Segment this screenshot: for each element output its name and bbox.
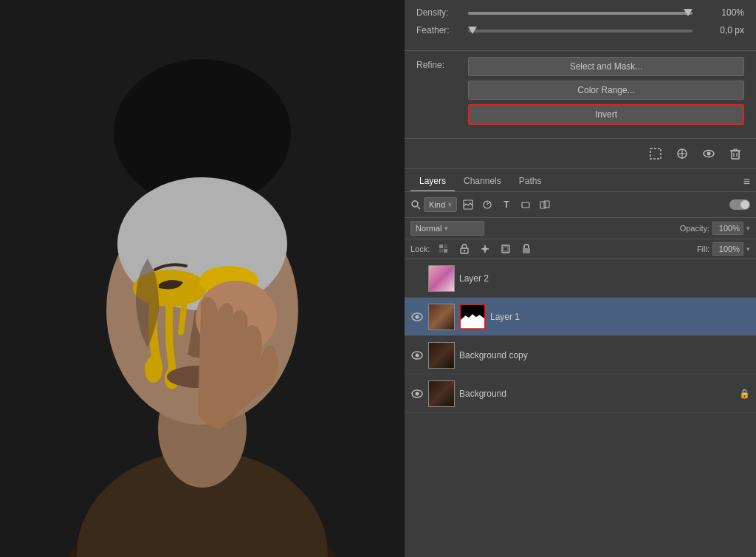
opacity-dropdown-arrow[interactable]: ▾: [746, 225, 750, 232]
lock-transparent-btn[interactable]: [437, 242, 450, 256]
layer-thumbnail: [428, 265, 455, 292]
blend-dropdown-arrow: ▾: [444, 225, 448, 232]
blend-mode-value: Normal: [416, 224, 441, 233]
fill-icon-btn[interactable]: [673, 145, 691, 163]
layer-mask-thumbnail: [459, 304, 486, 330]
invert-button[interactable]: Invert: [468, 104, 744, 125]
svg-rect-16: [650, 148, 661, 159]
layers-tabs: Layers Channels Paths ≡: [405, 169, 756, 192]
opacity-label: Opacity:: [680, 224, 709, 233]
svg-point-12: [145, 356, 162, 383]
layer-thumbnail: [428, 380, 455, 407]
layer-lock-icon: 🔒: [739, 389, 750, 399]
kind-filter-dropdown[interactable]: Kind ▾: [424, 197, 457, 212]
density-row: Density: 100%: [416, 7, 744, 18]
kind-dropdown-arrow: ▾: [448, 201, 452, 208]
fill-value[interactable]: 100%: [712, 242, 743, 256]
marquee-icon-btn[interactable]: [647, 145, 664, 163]
layer-name: Layer 2: [459, 273, 750, 284]
feather-row: Feather: 0,0 px: [416, 25, 744, 35]
filter-toggle-knob: [740, 200, 749, 209]
density-track[interactable]: [468, 12, 693, 15]
refine-buttons: Select and Mask... Color Range... Invert: [468, 57, 744, 125]
feather-thumb[interactable]: [468, 27, 477, 34]
svg-rect-30: [439, 249, 443, 253]
color-range-button[interactable]: Color Range...: [468, 81, 744, 100]
tab-paths[interactable]: Paths: [510, 172, 551, 191]
density-value: 100%: [693, 7, 744, 18]
filter-toggle[interactable]: [729, 199, 750, 210]
svg-point-43: [416, 392, 419, 395]
layers-menu-icon[interactable]: ≡: [743, 175, 750, 188]
tab-layers[interactable]: Layers: [410, 172, 455, 191]
layer-thumbnail: [428, 304, 455, 330]
right-panel: Density: 100% Feather: 0,0 px Refine:: [405, 0, 756, 557]
search-icon: [410, 199, 421, 210]
blend-mode-dropdown[interactable]: Normal ▾: [410, 221, 484, 236]
filter-text-btn[interactable]: T: [498, 197, 515, 213]
lock-label: Lock:: [410, 245, 430, 253]
fill-dropdown-arrow[interactable]: ▾: [746, 245, 750, 253]
layer-visibility-toggle[interactable]: [410, 349, 424, 362]
layers-filter-row: Kind ▾ T: [405, 192, 756, 218]
lock-all-btn[interactable]: [520, 242, 533, 256]
svg-point-21: [412, 201, 418, 207]
layer-row[interactable]: Layer 1: [405, 298, 756, 336]
feather-label: Feather:: [416, 25, 468, 35]
fill-group: Fill: 100% ▾: [697, 242, 750, 256]
svg-rect-37: [523, 248, 530, 253]
svg-line-22: [418, 207, 421, 210]
layer-visibility-toggle[interactable]: [410, 387, 424, 400]
density-fill: [468, 12, 693, 15]
lock-position-btn[interactable]: [478, 242, 492, 256]
kind-filter-label: Kind: [429, 200, 445, 209]
svg-rect-31: [444, 249, 447, 253]
lock-image-btn[interactable]: [458, 242, 471, 256]
filter-smart-btn[interactable]: [537, 197, 553, 213]
refine-row: Refine: Select and Mask... Color Range..…: [416, 57, 744, 125]
layer-name: Background: [459, 389, 735, 399]
filter-adj-btn[interactable]: [479, 197, 495, 213]
layer-visibility-toggle[interactable]: [410, 310, 424, 324]
visibility-icon-btn[interactable]: [700, 145, 718, 163]
svg-rect-25: [522, 202, 529, 208]
feather-value: 0,0 px: [693, 25, 744, 35]
svg-point-41: [416, 353, 419, 357]
layer-visibility-toggle[interactable]: [410, 272, 424, 285]
density-thumb[interactable]: [684, 9, 693, 16]
svg-rect-20: [732, 151, 739, 159]
layers-panel: Layers Channels Paths ≡ Kind ▾: [405, 169, 756, 557]
tab-channels[interactable]: Channels: [455, 172, 510, 191]
select-mask-button[interactable]: Select and Mask...: [468, 57, 744, 76]
layer-row[interactable]: Layer 2: [405, 259, 756, 298]
svg-point-39: [416, 315, 419, 318]
opacity-group: Opacity: 100% ▾: [680, 222, 750, 235]
blend-mode-row: Normal ▾ Opacity: 100% ▾: [405, 218, 756, 239]
svg-point-19: [707, 152, 711, 156]
lock-row: Lock:: [405, 239, 756, 259]
layer-row[interactable]: Background 🔒: [405, 375, 756, 413]
layer-row[interactable]: Background copy: [405, 336, 756, 375]
layers-list: Layer 2 Layer 1: [405, 259, 756, 557]
layer-thumbnail: [428, 342, 455, 369]
fill-label: Fill:: [697, 245, 709, 253]
lock-artboard-btn[interactable]: [499, 242, 512, 256]
density-slider-area: [468, 10, 693, 15]
layer-name: Background copy: [459, 350, 750, 360]
layer-name: Layer 1: [490, 312, 750, 322]
svg-rect-36: [504, 247, 508, 251]
feather-slider-area: [468, 28, 693, 33]
trash-icon-btn[interactable]: [726, 145, 744, 163]
filter-shape-btn[interactable]: [518, 197, 534, 213]
filter-image-btn[interactable]: [460, 197, 476, 213]
density-label: Density:: [416, 7, 468, 18]
feather-track[interactable]: [468, 30, 693, 33]
refine-label: Refine:: [416, 57, 468, 70]
toolbar-icons-row: [405, 139, 756, 169]
mask-art: [461, 305, 484, 329]
properties-section: Density: 100% Feather: 0,0 px: [405, 0, 756, 51]
svg-rect-29: [444, 245, 447, 248]
refine-section: Refine: Select and Mask... Color Range..…: [405, 51, 756, 139]
canvas-area: [0, 0, 405, 557]
opacity-value[interactable]: 100%: [712, 222, 743, 235]
